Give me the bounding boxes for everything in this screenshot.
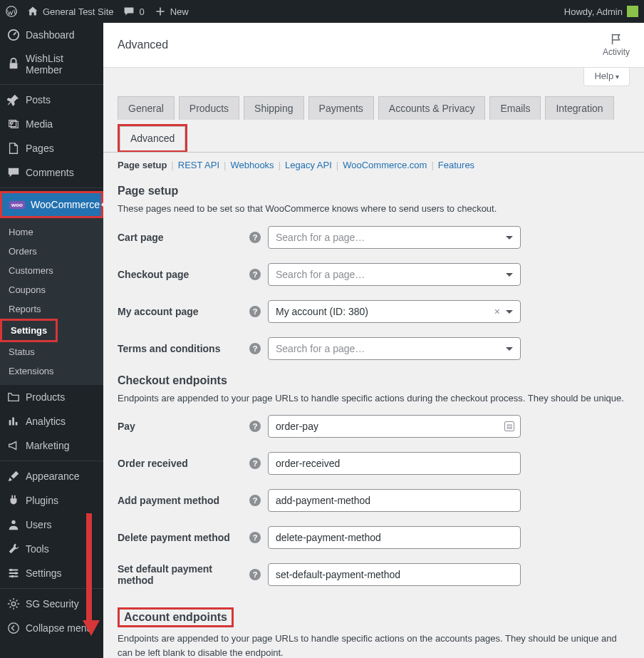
cart-page-select[interactable]: Search for a page… <box>268 226 521 249</box>
menu-products[interactable]: Products <box>0 385 103 409</box>
menu-marketing[interactable]: Marketing <box>0 433 103 458</box>
new-content-link[interactable]: New <box>155 6 189 17</box>
delete-payment-label: Delete payment method <box>118 532 249 543</box>
checkout-endpoints-desc: Endpoints are appended to your page URLs… <box>118 391 630 406</box>
svg-point-8 <box>11 602 15 605</box>
products-icon <box>7 391 20 403</box>
tab-payments[interactable]: Payments <box>308 96 374 120</box>
submenu-home[interactable]: Home <box>0 222 103 242</box>
comments-icon <box>7 166 20 179</box>
tab-general[interactable]: General <box>118 96 175 120</box>
svg-point-5 <box>10 569 13 572</box>
subnav-legacy-api[interactable]: Legacy API <box>285 160 332 170</box>
help-icon[interactable]: ? <box>249 458 261 469</box>
tab-emails[interactable]: Emails <box>489 96 541 120</box>
menu-settings[interactable]: Settings <box>0 561 103 585</box>
order-received-input[interactable] <box>268 452 521 475</box>
account-endpoints-desc: Endpoints are appended to your page URLs… <box>118 632 630 658</box>
account-endpoints-heading: Account endpoints <box>118 607 234 627</box>
sliders-icon <box>7 567 20 580</box>
dashboard-icon <box>7 29 20 41</box>
subnav-features[interactable]: Features <box>438 160 474 170</box>
submenu-settings[interactable]: Settings <box>2 321 56 340</box>
menu-plugins[interactable]: Plugins <box>0 488 103 513</box>
account-page-select[interactable]: My account (ID: 380)× <box>268 300 521 323</box>
subnav-rest-api[interactable]: REST API <box>178 160 219 170</box>
woocommerce-icon: woo <box>9 201 25 209</box>
add-payment-input[interactable] <box>268 489 521 512</box>
menu-pages[interactable]: Pages <box>0 136 103 160</box>
tab-accounts[interactable]: Accounts & Privacy <box>378 96 486 120</box>
megaphone-icon <box>7 439 20 452</box>
menu-woocommerce[interactable]: wooWooCommerce <box>2 193 101 216</box>
help-icon[interactable]: ? <box>249 421 261 432</box>
menu-sg-security[interactable]: SG Security <box>0 592 103 616</box>
tab-products[interactable]: Products <box>179 96 239 120</box>
checkout-endpoints-heading: Checkout endpoints <box>118 374 630 387</box>
checkout-page-label: Checkout page <box>118 269 249 280</box>
help-tab[interactable]: Help <box>583 68 630 86</box>
pay-input[interactable]: ▤ <box>268 415 521 438</box>
avatar <box>627 6 638 17</box>
subnav-webhooks[interactable]: Webhooks <box>230 160 274 170</box>
delete-payment-input[interactable] <box>268 526 521 549</box>
subnav-page-setup[interactable]: Page setup <box>118 160 167 170</box>
clear-icon[interactable]: × <box>494 306 500 317</box>
subnav-woocommerce-com[interactable]: WooCommerce.com <box>343 160 427 170</box>
submenu-coupons[interactable]: Coupons <box>0 280 103 299</box>
site-name-link[interactable]: General Test Site <box>27 6 113 17</box>
svg-point-6 <box>15 572 18 575</box>
gear-icon <box>7 597 20 610</box>
submenu-reports[interactable]: Reports <box>0 299 103 319</box>
help-icon[interactable]: ? <box>249 232 261 243</box>
admin-bar: General Test Site 0 New Howdy, Admin <box>0 0 644 23</box>
comments-link[interactable]: 0 <box>123 6 144 17</box>
menu-comments[interactable]: Comments <box>0 160 103 185</box>
help-icon[interactable]: ? <box>249 269 261 280</box>
tab-integration[interactable]: Integration <box>545 96 613 120</box>
submenu-status[interactable]: Status <box>0 342 103 361</box>
svg-point-7 <box>11 575 14 578</box>
account-page-label: My account page <box>118 306 249 317</box>
help-icon[interactable]: ? <box>249 495 261 506</box>
wp-logo[interactable] <box>6 6 17 17</box>
home-icon <box>27 6 38 17</box>
help-icon[interactable]: ? <box>249 569 261 580</box>
set-default-payment-input[interactable] <box>268 563 521 586</box>
set-default-payment-label: Set default payment method <box>118 563 249 586</box>
menu-analytics[interactable]: Analytics <box>0 409 103 433</box>
wordpress-icon <box>6 6 17 17</box>
menu-posts[interactable]: Posts <box>0 88 103 112</box>
menu-tools[interactable]: Tools <box>0 537 103 561</box>
new-label: New <box>170 6 189 17</box>
checkout-page-select[interactable]: Search for a page… <box>268 263 521 286</box>
wrench-icon <box>7 543 20 555</box>
submenu-extensions[interactable]: Extensions <box>0 361 103 381</box>
help-icon[interactable]: ? <box>249 532 261 543</box>
submenu-customers[interactable]: Customers <box>0 261 103 280</box>
submenu-orders[interactable]: Orders <box>0 242 103 261</box>
help-icon[interactable]: ? <box>249 306 261 317</box>
menu-wishlist[interactable]: WishList Member <box>0 47 103 81</box>
collapse-menu[interactable]: Collapse menu <box>0 616 103 640</box>
comments-count: 0 <box>139 6 144 17</box>
tab-shipping[interactable]: Shipping <box>244 96 304 120</box>
advanced-subnav: Page setup| REST API| Webhooks| Legacy A… <box>103 153 644 175</box>
activity-button[interactable]: Activity <box>603 33 630 57</box>
cart-page-label: Cart page <box>118 232 249 243</box>
menu-media[interactable]: Media <box>0 112 103 136</box>
flag-icon <box>610 33 623 46</box>
terms-page-select[interactable]: Search for a page… <box>268 337 521 360</box>
tab-advanced[interactable]: Advanced <box>120 126 185 150</box>
media-icon <box>7 118 20 130</box>
menu-users[interactable]: Users <box>0 513 103 537</box>
help-icon[interactable]: ? <box>249 343 261 354</box>
menu-dashboard[interactable]: Dashboard <box>0 23 103 47</box>
account-link[interactable]: Howdy, Admin <box>564 6 638 17</box>
svg-point-4 <box>11 520 15 524</box>
main-content: Advanced Activity Help General Products … <box>103 23 644 658</box>
add-payment-label: Add payment method <box>118 495 249 506</box>
menu-appearance[interactable]: Appearance <box>0 464 103 488</box>
page-setup-heading: Page setup <box>118 185 630 197</box>
order-received-label: Order received <box>118 458 249 469</box>
